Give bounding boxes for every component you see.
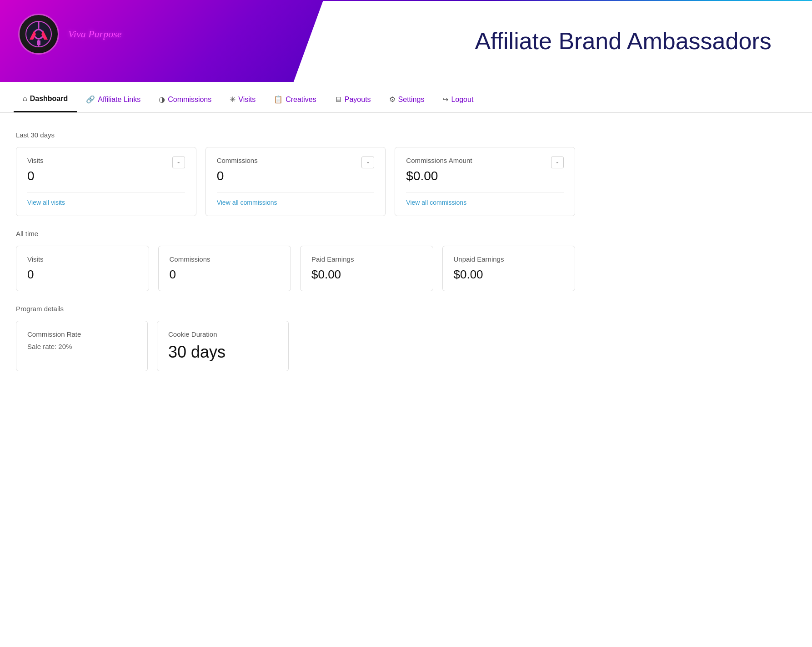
paid-earnings-title: Paid Earnings bbox=[311, 255, 422, 263]
visits-all-value: 0 bbox=[27, 268, 138, 282]
view-all-commissions-link[interactable]: View all commissions bbox=[217, 199, 277, 206]
paid-earnings-value: $0.00 bbox=[311, 268, 422, 282]
commissions-amount-30d-title: Commissions Amount bbox=[406, 157, 472, 164]
link-icon: 🔗 bbox=[86, 95, 95, 104]
nav-payouts[interactable]: 🖥 Payouts bbox=[326, 87, 380, 112]
main-content: Last 30 days Visits - 0 View all visits … bbox=[0, 113, 591, 399]
nav-settings[interactable]: ⚙ Settings bbox=[380, 87, 434, 112]
last30-label: Last 30 days bbox=[16, 131, 575, 139]
program-label: Program details bbox=[16, 305, 575, 313]
nav-commissions[interactable]: ◑ Commissions bbox=[150, 87, 221, 112]
visits-icon: ✳ bbox=[230, 95, 236, 104]
nav-logout[interactable]: ↪ Logout bbox=[433, 87, 482, 112]
visits-30d-dash: - bbox=[172, 157, 185, 168]
creatives-icon: 📋 bbox=[274, 95, 283, 104]
alltime-cards: Visits 0 Commissions 0 Paid Earnings $0.… bbox=[16, 246, 575, 291]
unpaid-earnings-card: Unpaid Earnings $0.00 bbox=[442, 246, 576, 291]
view-all-visits-link[interactable]: View all visits bbox=[27, 199, 65, 206]
cookie-duration-value: 30 days bbox=[168, 343, 277, 362]
brand-name: Viva Purpose bbox=[68, 28, 122, 40]
commissions-amount-30d-dash: - bbox=[551, 157, 564, 168]
commissions-all-title: Commissions bbox=[170, 255, 280, 263]
program-cards: Commission Rate Sale rate: 20% Cookie Du… bbox=[16, 321, 575, 371]
logo bbox=[18, 14, 59, 55]
nav-affiliate-links[interactable]: 🔗 Affiliate Links bbox=[77, 87, 150, 112]
commissions-all-card: Commissions 0 bbox=[158, 246, 291, 291]
payouts-icon: 🖥 bbox=[335, 96, 342, 104]
alltime-label: All time bbox=[16, 230, 575, 238]
svg-rect-6 bbox=[37, 40, 40, 45]
commission-rate-title: Commission Rate bbox=[27, 330, 136, 338]
last30-cards: Visits - 0 View all visits Commissions -… bbox=[16, 147, 575, 216]
visits-30d-title: Visits bbox=[27, 157, 44, 164]
unpaid-earnings-title: Unpaid Earnings bbox=[454, 255, 564, 263]
commissions-amount-30d-card: Commissions Amount - $0.00 View all comm… bbox=[395, 147, 575, 216]
nav-dashboard[interactable]: ⌂ Dashboard bbox=[14, 86, 77, 112]
cookie-duration-card: Cookie Duration 30 days bbox=[157, 321, 289, 371]
logout-icon: ↪ bbox=[442, 95, 448, 104]
unpaid-earnings-value: $0.00 bbox=[454, 268, 564, 282]
commissions-30d-title: Commissions bbox=[217, 157, 258, 164]
visits-all-card: Visits 0 bbox=[16, 246, 149, 291]
page-title: Affiliate Brand Ambassadors bbox=[475, 27, 771, 55]
commissions-30d-card: Commissions - 0 View all commissions bbox=[206, 147, 386, 216]
settings-icon: ⚙ bbox=[389, 95, 396, 104]
visits-30d-card: Visits - 0 View all visits bbox=[16, 147, 196, 216]
commissions-all-value: 0 bbox=[170, 268, 280, 282]
visits-30d-value: 0 bbox=[27, 169, 185, 183]
nav-visits[interactable]: ✳ Visits bbox=[221, 87, 265, 112]
commission-rate-card: Commission Rate Sale rate: 20% bbox=[16, 321, 148, 371]
view-all-commissions-2-link[interactable]: View all commissions bbox=[406, 199, 466, 206]
main-nav: ⌂ Dashboard 🔗 Affiliate Links ◑ Commissi… bbox=[0, 86, 812, 113]
pie-icon: ◑ bbox=[159, 95, 165, 104]
cookie-duration-title: Cookie Duration bbox=[168, 330, 277, 338]
commissions-amount-30d-value: $0.00 bbox=[406, 169, 564, 183]
visits-all-title: Visits bbox=[27, 255, 138, 263]
paid-earnings-card: Paid Earnings $0.00 bbox=[300, 246, 433, 291]
commissions-30d-value: 0 bbox=[217, 169, 375, 183]
page-header: Viva Purpose Affiliate Brand Ambassadors bbox=[0, 0, 812, 82]
commissions-30d-dash: - bbox=[361, 157, 374, 168]
commission-rate-subtitle: Sale rate: 20% bbox=[27, 343, 136, 350]
nav-creatives[interactable]: 📋 Creatives bbox=[265, 87, 326, 112]
home-icon: ⌂ bbox=[23, 95, 27, 103]
